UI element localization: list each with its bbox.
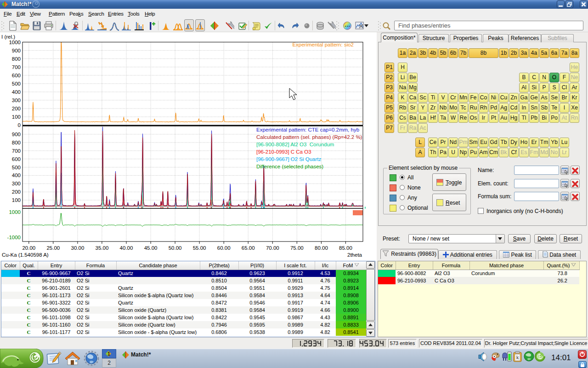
svg-text:k: k bbox=[516, 355, 519, 360]
svg-text:[96-210-0993] C Ca O3: [96-210-0993] C Ca O3 bbox=[256, 149, 311, 155]
svg-text:50.00: 50.00 bbox=[169, 245, 182, 251]
svg-text:1000: 1000 bbox=[9, 209, 21, 215]
svg-text:Calculated pattern (sel. phase: Calculated pattern (sel. phases) (Rp=42.… bbox=[256, 134, 362, 140]
svg-text:300: 300 bbox=[12, 181, 21, 186]
svg-text:800: 800 bbox=[12, 56, 21, 62]
svg-text:300: 300 bbox=[12, 98, 21, 103]
svg-text:20.00: 20.00 bbox=[22, 245, 35, 251]
svg-text:0: 0 bbox=[18, 122, 21, 128]
svg-text:200: 200 bbox=[12, 106, 21, 111]
svg-text:1: 1 bbox=[107, 351, 110, 356]
svg-text:55.00: 55.00 bbox=[193, 245, 206, 251]
svg-text:[96-900-9667] O2 Si Quartz: [96-900-9667] O2 Si Quartz bbox=[256, 156, 322, 162]
svg-text:25.00: 25.00 bbox=[46, 245, 60, 251]
svg-text:30.00: 30.00 bbox=[71, 245, 85, 251]
svg-text:500: 500 bbox=[12, 165, 21, 170]
svg-text:400: 400 bbox=[12, 89, 21, 95]
svg-text:2theta: 2theta bbox=[347, 252, 362, 258]
svg-text:[96-900-8082] Al2 O3 Corundum: [96-900-8082] Al2 O3 Corundum bbox=[256, 142, 334, 147]
svg-text:Cu-Ka (1.540598 A): Cu-Ka (1.540598 A) bbox=[2, 252, 49, 258]
svg-text:400: 400 bbox=[12, 172, 21, 178]
svg-text:900: 900 bbox=[12, 132, 21, 137]
svg-text:1000: 1000 bbox=[9, 40, 21, 45]
svg-text:100: 100 bbox=[12, 197, 21, 203]
svg-text:75.00: 75.00 bbox=[290, 245, 304, 251]
svg-text:600: 600 bbox=[12, 73, 21, 78]
svg-text:900: 900 bbox=[12, 48, 21, 53]
svg-text:I (rel.): I (rel.) bbox=[1, 34, 15, 40]
svg-text:40.00: 40.00 bbox=[120, 245, 133, 251]
svg-text:500: 500 bbox=[12, 81, 21, 86]
svg-text:Difference (selected phases): Difference (selected phases) bbox=[256, 164, 323, 169]
svg-text:80.00: 80.00 bbox=[315, 245, 328, 251]
svg-text:200: 200 bbox=[12, 189, 21, 195]
svg-text:45.00: 45.00 bbox=[144, 245, 158, 251]
svg-text:700: 700 bbox=[12, 64, 21, 70]
svg-text:70.00: 70.00 bbox=[266, 245, 279, 251]
svg-text:Experimental pattern: sio2: Experimental pattern: sio2 bbox=[292, 42, 354, 47]
svg-text:800: 800 bbox=[12, 140, 21, 145]
svg-text:700: 700 bbox=[12, 148, 21, 154]
svg-text:60.00: 60.00 bbox=[217, 245, 231, 251]
svg-text:-1000: -1000 bbox=[7, 235, 21, 240]
svg-text:35.00: 35.00 bbox=[96, 245, 109, 251]
svg-text:100: 100 bbox=[12, 114, 21, 120]
svg-text:65.00: 65.00 bbox=[242, 245, 255, 251]
svg-text:Experimental pattern: CTE cap=: Experimental pattern: CTE cap=0.2mm, hyb bbox=[256, 127, 359, 132]
svg-text:600: 600 bbox=[12, 156, 21, 162]
svg-text:85.00: 85.00 bbox=[339, 245, 352, 251]
